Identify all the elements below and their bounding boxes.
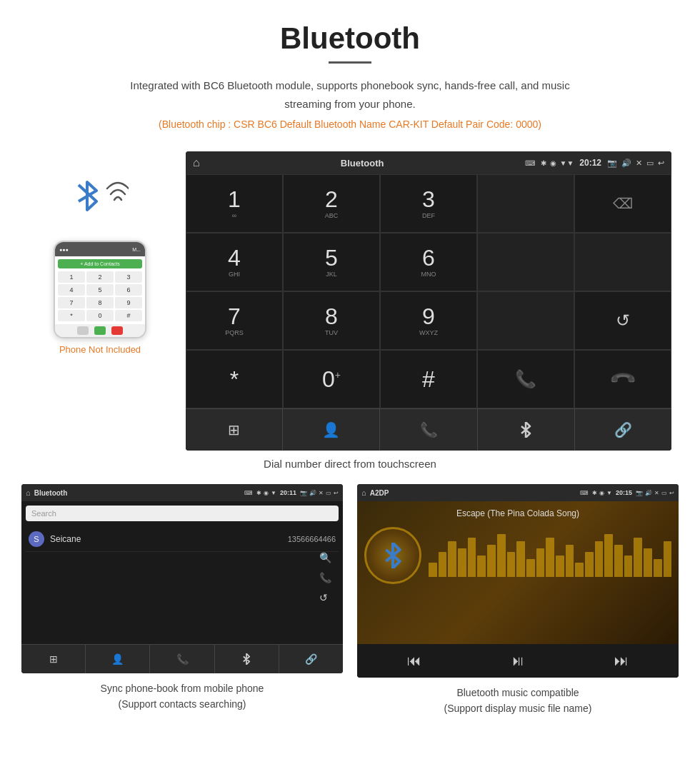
album-art bbox=[364, 527, 421, 584]
dial-key-6[interactable]: 6 MNO bbox=[380, 233, 477, 291]
dial-key-3[interactable]: 3 DEF bbox=[380, 174, 477, 233]
phonebook-home-icon[interactable]: ⌂ bbox=[26, 488, 31, 497]
phone-key-2[interactable]: 2 bbox=[86, 271, 114, 283]
sync-action-icon[interactable]: ↺ bbox=[319, 592, 331, 603]
album-bt-icon bbox=[381, 543, 404, 568]
phonebook-camera-icon[interactable]: 📷 bbox=[300, 490, 307, 496]
phone-key-hash[interactable]: # bbox=[115, 310, 142, 321]
dial-key-0[interactable]: 0+ bbox=[283, 350, 380, 408]
phone-key-4[interactable]: 4 bbox=[58, 284, 85, 296]
dial-key-star[interactable]: * bbox=[186, 350, 283, 408]
phonebook-back-icon[interactable]: ↩ bbox=[334, 490, 339, 496]
pb-toolbar-contacts[interactable]: 👤 bbox=[86, 645, 150, 673]
call-action-icon[interactable]: 📞 bbox=[319, 572, 331, 583]
phone-key-8[interactable]: 8 bbox=[86, 297, 114, 308]
phone-key-1[interactable]: 1 bbox=[58, 271, 85, 283]
prev-track-btn[interactable]: ⏮ bbox=[400, 650, 429, 672]
back-icon[interactable]: ↩ bbox=[658, 159, 664, 168]
dial-key-2[interactable]: 2 ABC bbox=[283, 174, 380, 233]
music-close-icon[interactable]: ✕ bbox=[654, 490, 659, 496]
phonebook-close-icon[interactable]: ✕ bbox=[319, 490, 324, 496]
phone-key-star[interactable]: * bbox=[58, 310, 85, 321]
music-equalizer-bars bbox=[429, 534, 671, 577]
phone-call-btn bbox=[94, 326, 106, 335]
pb-toolbar-apps[interactable]: ⊞ bbox=[21, 645, 86, 673]
music-controls: ⏮ ⏯ ⏭ bbox=[357, 644, 679, 678]
phone-end-btn bbox=[111, 326, 123, 335]
phone-add-contact: + Add to Contacts bbox=[58, 259, 142, 268]
music-vol-icon[interactable]: 🔊 bbox=[645, 490, 652, 496]
dial-key-1[interactable]: 1 ∞ bbox=[186, 174, 283, 233]
dial-key-9[interactable]: 9 WXYZ bbox=[380, 291, 477, 350]
page-title: Bluetooth bbox=[14, 21, 686, 56]
toolbar-bt-btn[interactable] bbox=[478, 409, 575, 451]
camera-icon[interactable]: 📷 bbox=[607, 159, 617, 168]
toolbar-link-btn[interactable]: 🔗 bbox=[575, 409, 671, 451]
pb-toolbar-bt[interactable] bbox=[215, 645, 279, 673]
dial-redial[interactable]: ↺ bbox=[574, 291, 671, 350]
phonebook-status-icons: ✱ ◉ ▼ bbox=[256, 490, 276, 496]
phonebook-signal-icon: ▼ bbox=[271, 490, 276, 496]
pb-toolbar-link[interactable]: 🔗 bbox=[279, 645, 343, 673]
contacts-content: Search S Seicane 13566664466 🔍 📞 ↺ bbox=[21, 501, 343, 644]
phonebook-vol-icon[interactable]: 🔊 bbox=[309, 490, 316, 496]
phonebook-win-icon[interactable]: ▭ bbox=[326, 490, 331, 496]
music-screen-block: ⌂ A2DP ⌨ ✱ ◉ ▼ 20:15 📷 🔊 ✕ ▭ ↩ Esca bbox=[357, 484, 679, 717]
phone-mockup: ●●●M... + Add to Contacts 1 2 3 4 5 6 7 … bbox=[54, 241, 146, 338]
phone-key-9[interactable]: 9 bbox=[115, 297, 142, 308]
music-content: Escape (The Pina Colada Song) bbox=[357, 501, 679, 644]
phone-key-7[interactable]: 7 bbox=[58, 297, 85, 308]
music-status-icons: ✱ ◉ ▼ bbox=[592, 490, 612, 496]
dial-backspace[interactable]: ⌫ bbox=[574, 174, 671, 233]
contact-phone: 13566664466 bbox=[288, 535, 336, 543]
volume-icon[interactable]: 🔊 bbox=[621, 159, 631, 168]
phonebook-caption: Sync phone-book from mobile phone (Suppo… bbox=[101, 680, 264, 713]
main-screen-caption: Dial number direct from touchscreen bbox=[0, 458, 700, 470]
search-action-icon[interactable]: 🔍 bbox=[319, 552, 331, 563]
pb-toolbar-phone[interactable]: 📞 bbox=[150, 645, 214, 673]
phonebook-gps-icon: ◉ bbox=[264, 490, 269, 496]
dial-key-8[interactable]: 8 TUV bbox=[283, 291, 380, 350]
android-dialpad-screen: ⌂ Bluetooth ⌨ ✱ ◉ ▼▼ 20:12 📷 🔊 ✕ ▭ ↩ 1 ∞ bbox=[186, 151, 671, 451]
main-screen-section: ●●●M... + Add to Contacts 1 2 3 4 5 6 7 … bbox=[0, 151, 700, 451]
phonebook-screen: ⌂ Bluetooth ⌨ ✱ ◉ ▼ 20:11 📷 🔊 ✕ ▭ ↩ bbox=[21, 484, 343, 673]
dial-key-7[interactable]: 7 PQRS bbox=[186, 291, 283, 350]
phone-key-0[interactable]: 0 bbox=[86, 310, 114, 321]
phone-key-5[interactable]: 5 bbox=[86, 284, 114, 296]
window-icon[interactable]: ▭ bbox=[646, 159, 654, 168]
phone-illustration: ●●●M... + Add to Contacts 1 2 3 4 5 6 7 … bbox=[29, 151, 171, 355]
dialpad-status-bar: ⌂ Bluetooth ⌨ ✱ ◉ ▼▼ 20:12 📷 🔊 ✕ ▭ ↩ bbox=[186, 151, 671, 174]
next-track-btn[interactable]: ⏭ bbox=[607, 650, 636, 672]
toolbar-contacts-btn[interactable]: 👤 bbox=[283, 409, 380, 451]
music-home-icon[interactable]: ⌂ bbox=[361, 488, 366, 497]
dial-end-btn[interactable]: 📞 bbox=[574, 350, 671, 408]
music-screen-title: A2DP bbox=[370, 489, 576, 497]
toolbar-phone-btn[interactable]: 📞 bbox=[380, 409, 477, 451]
dial-key-4[interactable]: 4 GHI bbox=[186, 233, 283, 291]
phone-screen-inner: + Add to Contacts 1 2 3 4 5 6 7 8 9 * 0 … bbox=[55, 256, 145, 324]
bluetooth-icon bbox=[71, 176, 104, 216]
music-album-area bbox=[364, 527, 671, 584]
dial-key-hash[interactable]: # bbox=[380, 350, 477, 408]
dial-call-btn[interactable]: 📞 bbox=[477, 350, 574, 408]
home-icon[interactable]: ⌂ bbox=[193, 156, 200, 169]
title-section: Bluetooth Integrated with BC6 Bluetooth … bbox=[0, 0, 700, 151]
phone-back-btn bbox=[77, 326, 89, 335]
music-win-icon[interactable]: ▭ bbox=[661, 490, 667, 496]
phone-key-3[interactable]: 3 bbox=[115, 271, 142, 283]
toolbar-apps-btn[interactable]: ⊞ bbox=[186, 409, 283, 451]
music-signal-icon: ▼ bbox=[606, 490, 612, 496]
phonebook-status-bar: ⌂ Bluetooth ⌨ ✱ ◉ ▼ 20:11 📷 🔊 ✕ ▭ ↩ bbox=[21, 484, 343, 501]
dial-key-5[interactable]: 5 JKL bbox=[283, 233, 380, 291]
search-box[interactable]: Search bbox=[26, 506, 339, 521]
bottom-screens: ⌂ Bluetooth ⌨ ✱ ◉ ▼ 20:11 📷 🔊 ✕ ▭ ↩ bbox=[0, 484, 700, 731]
play-pause-btn[interactable]: ⏯ bbox=[504, 650, 532, 672]
music-caption: Bluetooth music compatible (Support disp… bbox=[444, 685, 592, 717]
music-back-icon[interactable]: ↩ bbox=[669, 490, 674, 496]
music-camera-icon[interactable]: 📷 bbox=[636, 490, 643, 496]
music-right-icons: 📷 🔊 ✕ ▭ ↩ bbox=[636, 490, 674, 496]
phonebook-time: 20:11 bbox=[280, 489, 296, 496]
phone-key-6[interactable]: 6 bbox=[115, 284, 142, 296]
bt-status-icon: ✱ bbox=[541, 159, 546, 167]
close-icon[interactable]: ✕ bbox=[636, 159, 642, 168]
